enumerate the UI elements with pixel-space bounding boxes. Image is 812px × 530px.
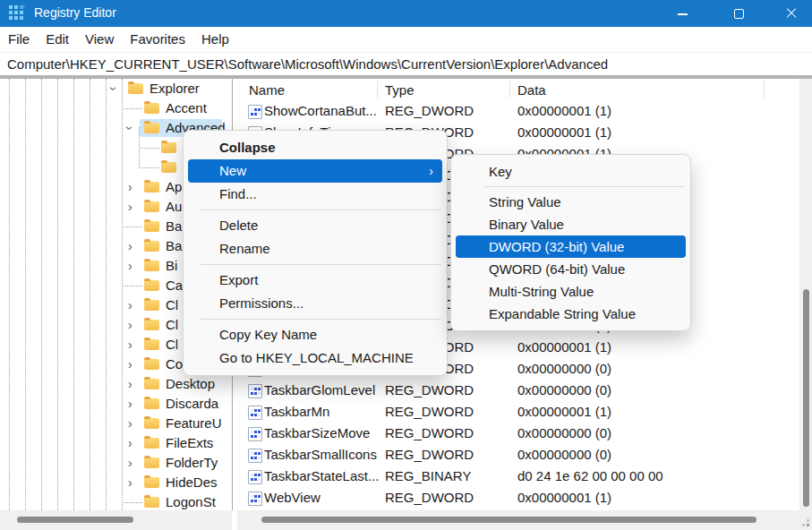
submenu-item-dword-32-bit-value[interactable]: DWORD (32-bit) Value: [456, 235, 686, 258]
chevron-right-icon[interactable]: ›: [128, 257, 132, 275]
minimize-button[interactable]: [662, 0, 704, 27]
tree-item-fileexts[interactable]: ›FileExts: [0, 433, 232, 453]
chevron-right-icon[interactable]: ›: [128, 296, 132, 314]
value-row-taskbarsizemove[interactable]: TaskbarSizeMoveREG_DWORD0x00000000 (0): [237, 423, 799, 444]
menu-item-export[interactable]: Export: [184, 269, 447, 292]
folder-icon: [144, 339, 159, 350]
chevron-right-icon[interactable]: ›: [128, 237, 132, 255]
value-data: 0x00000000 (0): [517, 361, 611, 376]
menu-item-rename[interactable]: Rename: [184, 237, 447, 261]
submenu-item-multi-string-value[interactable]: Multi-String Value: [451, 280, 690, 303]
menubar-item-file[interactable]: File: [0, 27, 38, 52]
chevron-right-icon[interactable]: ›: [128, 316, 132, 334]
submenu-item-qword-64-bit-value[interactable]: QWORD (64-bit) Value: [451, 258, 690, 280]
tree-horizontal-scrollbar[interactable]: [0, 510, 232, 530]
submenu-item-key[interactable]: Key: [451, 160, 690, 183]
chevron-right-icon[interactable]: ›: [128, 454, 132, 472]
column-header-type[interactable]: Type: [385, 82, 415, 98]
menu-item-collapse[interactable]: Collapse: [184, 136, 447, 159]
folder-icon: [144, 379, 159, 389]
menu-item-delete[interactable]: Delete: [184, 214, 447, 237]
maximize-button[interactable]: [718, 0, 759, 27]
tree-connector: [122, 108, 142, 109]
tree-item-discarda[interactable]: ›Discarda: [0, 394, 232, 414]
menubar-item-favorites[interactable]: Favorites: [122, 27, 193, 52]
list-horizontal-scrollbar[interactable]: [237, 510, 799, 530]
folder-icon: [144, 123, 159, 133]
dword-value-icon: [248, 427, 262, 441]
tree-item-label: Ap: [166, 179, 182, 194]
value-row-taskbarmn[interactable]: TaskbarMnREG_DWORD0x00000001 (1): [237, 401, 799, 423]
tree-item-featureu[interactable]: ›FeatureU: [0, 414, 232, 433]
value-row-taskbarglomlevel[interactable]: TaskbarGlomLevelREG_DWORD0x00000000 (0): [237, 380, 799, 401]
menu-item-go-to-hkey-local-machine[interactable]: Go to HKEY_LOCAL_MACHINE: [184, 346, 447, 370]
value-data: 0x00000000 (0): [517, 447, 611, 462]
address-path[interactable]: Computer\HKEY_CURRENT_USER\Software\Micr…: [7, 56, 608, 72]
chevron-right-icon[interactable]: ›: [128, 198, 132, 216]
value-type: REG_DWORD: [385, 103, 474, 118]
menu-item-new[interactable]: New›: [188, 159, 442, 183]
vertical-scrollbar-thumb[interactable]: [803, 289, 809, 507]
folder-icon: [128, 83, 143, 94]
column-separator[interactable]: [377, 81, 378, 98]
value-row-webview[interactable]: WebViewREG_DWORD0x00000001 (1): [237, 487, 799, 509]
window-title: Registry Editor: [34, 5, 116, 20]
column-header-name[interactable]: Name: [249, 82, 285, 98]
tree-item-accent[interactable]: Accent: [0, 98, 232, 118]
folder-icon: [161, 142, 176, 153]
vertical-scrollbar[interactable]: [799, 79, 812, 510]
menubar-item-view[interactable]: View: [77, 27, 122, 52]
value-row-taskbarstatelast[interactable]: TaskbarStateLast...REG_BINARYd0 24 1e 62…: [237, 466, 799, 487]
folder-icon: [144, 359, 159, 370]
menubar-item-help[interactable]: Help: [193, 27, 237, 52]
value-row-taskbarsmallicons[interactable]: TaskbarSmallIconsREG_DWORD0x00000000 (0): [237, 444, 799, 466]
value-data: d0 24 1e 62 00 00 00 00: [517, 468, 663, 483]
folder-icon: [144, 497, 159, 508]
chevron-right-icon[interactable]: ›: [128, 474, 132, 492]
tree-item-logonst[interactable]: LogonSt: [0, 492, 232, 510]
value-data: 0x00000001 (1): [517, 404, 611, 419]
value-name: TaskbarSizeMove: [264, 425, 370, 440]
submenu-item-expandable-string-value[interactable]: Expandable String Value: [451, 303, 690, 325]
value-name: WebView: [264, 490, 321, 505]
close-button[interactable]: [771, 0, 812, 27]
chevron-down-icon[interactable]: ›: [105, 87, 123, 91]
context-menu: CollapseNew›Find...DeleteRenameExportPer…: [183, 130, 448, 376]
folder-icon: [144, 221, 159, 232]
value-row-showcortanabut[interactable]: ShowCortanaBut...REG_DWORD0x00000001 (1): [237, 100, 799, 122]
tree-item-label: Ba: [166, 218, 182, 234]
menu-item-copy-key-name[interactable]: Copy Key Name: [184, 323, 447, 346]
chevron-right-icon[interactable]: ›: [128, 434, 132, 452]
column-header-data[interactable]: Data: [517, 82, 546, 98]
tree-item-explorer[interactable]: ›Explorer: [0, 79, 232, 98]
submenu-item-string-value[interactable]: String Value: [451, 191, 690, 213]
chevron-right-icon[interactable]: ›: [128, 395, 132, 413]
dword-value-icon: [248, 384, 262, 398]
list-horizontal-scrollbar-thumb[interactable]: [261, 517, 756, 523]
tree-item-folderty[interactable]: ›FolderTy: [0, 453, 232, 473]
column-separator[interactable]: [509, 81, 510, 98]
dword-value-icon: [248, 449, 262, 463]
address-bar[interactable]: Computer\HKEY_CURRENT_USER\Software\Micr…: [0, 52, 812, 76]
menubar-item-edit[interactable]: Edit: [38, 27, 77, 52]
chevron-right-icon[interactable]: ›: [128, 355, 132, 373]
chevron-right-icon[interactable]: ›: [128, 375, 132, 393]
tree-item-desktop[interactable]: ›Desktop: [0, 374, 232, 394]
tree-item-label: Ca: [166, 278, 183, 293]
menu-separator: [201, 264, 441, 265]
tree-horizontal-scrollbar-thumb[interactable]: [17, 517, 133, 523]
menu-item-find[interactable]: Find...: [184, 183, 447, 206]
column-separator[interactable]: [764, 81, 765, 98]
folder-icon: [144, 103, 159, 114]
resize-grip[interactable]: [799, 510, 812, 530]
menu-item-permissions[interactable]: Permissions...: [184, 292, 447, 315]
chevron-down-icon[interactable]: ›: [121, 126, 139, 131]
tree-item-hidedes[interactable]: ›HideDes: [0, 473, 232, 492]
chevron-right-icon[interactable]: ›: [128, 336, 132, 354]
folder-icon: [144, 201, 159, 212]
folder-icon: [144, 457, 159, 468]
chevron-right-icon[interactable]: ›: [128, 415, 132, 432]
folder-icon: [144, 300, 159, 311]
submenu-item-binary-value[interactable]: Binary Value: [451, 213, 690, 235]
chevron-right-icon[interactable]: ›: [128, 178, 132, 196]
